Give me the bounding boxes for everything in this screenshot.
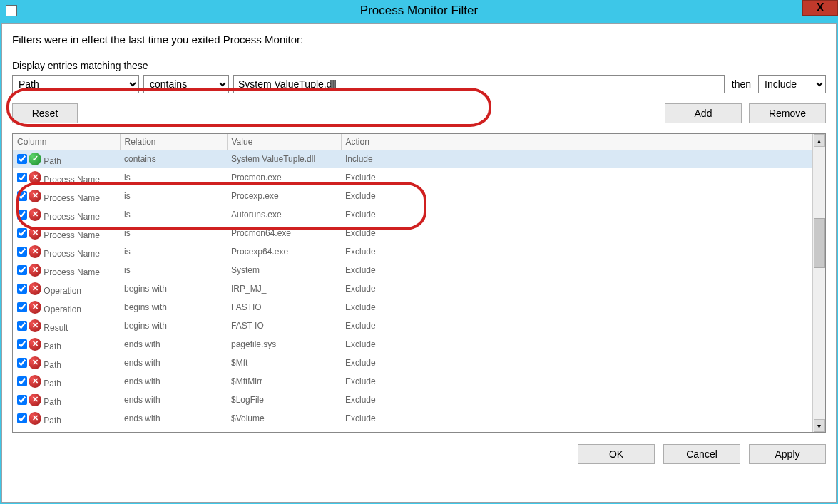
table-row[interactable]: ✕ Pathends withpagefile.sysExclude <box>13 335 812 354</box>
row-checkbox[interactable] <box>17 191 27 201</box>
table-row[interactable]: ✕ Process NameisProcexp.exeExclude <box>13 187 812 205</box>
close-button[interactable]: X <box>802 0 838 16</box>
table-row[interactable]: ✕ Pathends with$MftExclude <box>13 354 812 372</box>
remove-button[interactable]: Remove <box>749 103 826 123</box>
row-checkbox[interactable] <box>17 358 27 368</box>
reset-button[interactable]: Reset <box>12 103 78 123</box>
exclude-icon: ✕ <box>29 208 41 221</box>
row-checkbox[interactable] <box>17 302 27 312</box>
row-checkbox[interactable] <box>17 228 27 238</box>
row-value-text: pagefile.sys <box>227 335 341 354</box>
dialog-client: Filters were in effect the last time you… <box>1 23 837 503</box>
exclude-icon: ✕ <box>29 375 41 388</box>
row-action-text: Exclude <box>341 205 812 224</box>
table-row[interactable]: ✕ Process NameisAutoruns.exeExclude <box>13 205 812 224</box>
row-relation-text: ends with <box>120 354 227 372</box>
row-value-text: $LogFile <box>227 391 341 409</box>
row-column-text: Operation <box>41 304 81 314</box>
filter-value-input[interactable] <box>233 75 725 93</box>
filter-inputs-row: Path contains then Include <box>12 75 826 93</box>
system-menu-icon[interactable] <box>6 5 17 16</box>
table-row[interactable]: ✕ Resultbegins withFAST IOExclude <box>13 317 812 335</box>
row-checkbox[interactable] <box>17 413 27 423</box>
exclude-icon: ✕ <box>29 282 41 295</box>
row-column-text: Process Name <box>41 230 100 240</box>
apply-button[interactable]: Apply <box>749 444 826 464</box>
row-column-text: Process Name <box>41 249 100 259</box>
row-value-text: System <box>227 261 341 279</box>
row-action-text: Exclude <box>341 187 812 205</box>
exclude-icon: ✕ <box>29 338 41 351</box>
table-row[interactable]: ✕ Process NameisProcmon64.exeExclude <box>13 224 812 242</box>
filters-table: Column Relation Value Action ✓ Pathconta… <box>13 134 812 428</box>
row-column-text: Path <box>41 379 61 389</box>
vertical-scrollbar[interactable]: ▴ ▾ <box>812 134 825 432</box>
row-action-text: Exclude <box>341 317 812 335</box>
ok-button[interactable]: OK <box>578 444 655 464</box>
row-checkbox[interactable] <box>17 321 27 331</box>
row-value-text: $Volume <box>227 409 341 428</box>
window-title: Process Monitor Filter <box>360 4 478 18</box>
table-row[interactable]: ✕ Process NameisSystemExclude <box>13 261 812 279</box>
then-label: then <box>732 78 751 90</box>
row-value-text: Procmon.exe <box>227 168 341 187</box>
table-row[interactable]: ✕ Pathends with$VolumeExclude <box>13 409 812 428</box>
row-column-text: Result <box>41 323 68 333</box>
cancel-button[interactable]: Cancel <box>663 444 740 464</box>
scroll-thumb[interactable] <box>814 218 825 268</box>
filter-action-select[interactable]: Include <box>758 75 826 93</box>
scroll-track[interactable] <box>814 147 825 419</box>
table-row[interactable]: ✓ PathcontainsSystem ValueTuple.dllInclu… <box>13 150 812 168</box>
add-button[interactable]: Add <box>665 103 742 123</box>
exclude-icon: ✕ <box>29 412 41 425</box>
row-relation-text: contains <box>120 150 227 168</box>
row-relation-text: ends with <box>120 409 227 428</box>
row-action-text: Exclude <box>341 354 812 372</box>
row-checkbox[interactable] <box>17 265 27 275</box>
row-relation-text: is <box>120 205 227 224</box>
row-value-text: $Mft <box>227 354 341 372</box>
header-column[interactable]: Column <box>13 134 120 150</box>
table-row[interactable]: ✕ Operationbegins withFASTIO_Exclude <box>13 298 812 317</box>
row-relation-text: begins with <box>120 279 227 298</box>
row-value-text: Procmon64.exe <box>227 224 341 242</box>
row-action-text: Exclude <box>341 168 812 187</box>
row-checkbox[interactable] <box>17 154 27 164</box>
row-checkbox[interactable] <box>17 376 27 386</box>
buttons-row: Reset Add Remove <box>12 103 826 123</box>
filter-column-select[interactable]: Path <box>12 75 139 93</box>
row-value-text: System ValueTuple.dll <box>227 150 341 168</box>
table-row[interactable]: ✕ Pathends with$MftMirrExclude <box>13 372 812 391</box>
table-row[interactable]: ✕ Process NameisProcexp64.exeExclude <box>13 242 812 261</box>
filter-relation-select[interactable]: contains <box>143 75 229 93</box>
row-checkbox[interactable] <box>17 210 27 220</box>
header-value[interactable]: Value <box>227 134 341 150</box>
row-relation-text: ends with <box>120 391 227 409</box>
row-relation-text: is <box>120 242 227 261</box>
table-row[interactable]: ✕ Operationbegins withIRP_MJ_Exclude <box>13 279 812 298</box>
row-action-text: Exclude <box>341 335 812 354</box>
header-action[interactable]: Action <box>341 134 812 150</box>
table-row[interactable]: ✕ Process NameisProcmon.exeExclude <box>13 168 812 187</box>
exclude-icon: ✕ <box>29 356 41 369</box>
exclude-icon: ✕ <box>29 190 41 202</box>
row-column-text: Path <box>41 156 61 166</box>
row-checkbox[interactable] <box>17 395 27 405</box>
row-checkbox[interactable] <box>17 339 27 349</box>
row-action-text: Exclude <box>341 298 812 317</box>
row-action-text: Exclude <box>341 279 812 298</box>
titlebar: Process Monitor Filter X <box>0 0 838 21</box>
row-checkbox[interactable] <box>17 247 27 257</box>
row-column-text: Path <box>41 360 61 370</box>
scroll-down-icon[interactable]: ▾ <box>814 419 825 432</box>
row-column-text: Path <box>41 416 61 426</box>
include-icon: ✓ <box>29 153 41 165</box>
legend-text: Display entries matching these <box>12 60 826 71</box>
row-relation-text: is <box>120 261 227 279</box>
row-checkbox[interactable] <box>17 173 27 182</box>
scroll-up-icon[interactable]: ▴ <box>814 134 825 147</box>
table-row[interactable]: ✕ Pathends with$LogFileExclude <box>13 391 812 409</box>
row-value-text: FAST IO <box>227 317 341 335</box>
header-relation[interactable]: Relation <box>120 134 227 150</box>
row-checkbox[interactable] <box>17 284 27 294</box>
